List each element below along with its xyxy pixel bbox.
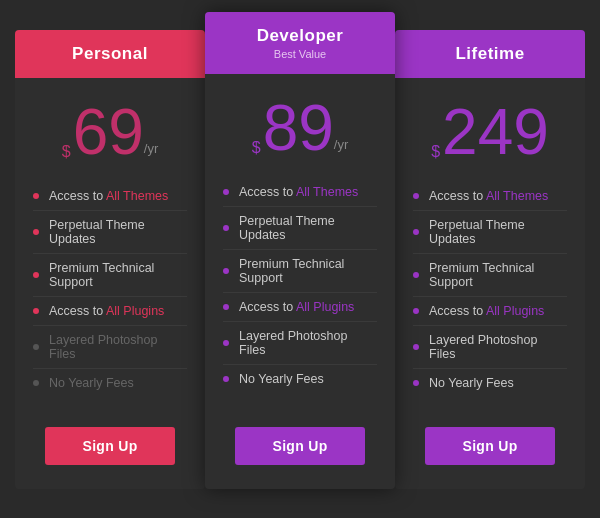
plan-lifetime-btn-area: Sign Up: [395, 417, 585, 489]
feature-text: Perpetual Theme Updates: [239, 214, 377, 242]
feature-text: No Yearly Fees: [429, 376, 514, 390]
feature-link: All Themes: [106, 189, 168, 203]
list-item: No Yearly Fees: [413, 369, 567, 397]
list-item: Premium Technical Support: [223, 250, 377, 293]
plan-personal-price-area: $69/yr: [15, 78, 205, 182]
plan-developer-amount: 89: [263, 92, 334, 164]
feature-dot: [223, 225, 229, 231]
plan-personal-features: Access to All ThemesPerpetual Theme Upda…: [15, 182, 205, 417]
plan-lifetime-name: Lifetime: [405, 44, 575, 64]
plan-personal: Personal$69/yrAccess to All ThemesPerpet…: [15, 30, 205, 489]
list-item: No Yearly Fees: [33, 369, 187, 397]
list-item: Access to All Themes: [223, 178, 377, 207]
plan-developer-btn-area: Sign Up: [205, 417, 395, 489]
feature-text: Premium Technical Support: [429, 261, 567, 289]
feature-link: All Themes: [486, 189, 548, 203]
plan-lifetime-signup-button[interactable]: Sign Up: [425, 427, 556, 465]
plan-lifetime-header: Lifetime: [395, 30, 585, 78]
feature-link: All Plugins: [106, 304, 164, 318]
list-item: Perpetual Theme Updates: [413, 211, 567, 254]
list-item: Perpetual Theme Updates: [33, 211, 187, 254]
feature-dot: [413, 308, 419, 314]
feature-text: Premium Technical Support: [239, 257, 377, 285]
plan-developer-name: Developer: [215, 26, 385, 46]
plan-developer-period: /yr: [334, 137, 348, 152]
feature-dot: [413, 344, 419, 350]
feature-dot: [33, 193, 39, 199]
list-item: Premium Technical Support: [413, 254, 567, 297]
list-item: Layered Photoshop Files: [33, 326, 187, 369]
feature-link: All Plugins: [296, 300, 354, 314]
feature-text: Perpetual Theme Updates: [49, 218, 187, 246]
plan-lifetime-amount: 249: [442, 96, 549, 168]
list-item: Layered Photoshop Files: [223, 322, 377, 365]
plan-developer-features: Access to All ThemesPerpetual Theme Upda…: [205, 178, 395, 417]
feature-text: Premium Technical Support: [49, 261, 187, 289]
list-item: Layered Photoshop Files: [413, 326, 567, 369]
list-item: Access to All Themes: [33, 182, 187, 211]
list-item: Access to All Plugins: [33, 297, 187, 326]
plan-developer-header: DeveloperBest Value: [205, 12, 395, 74]
feature-dot: [223, 376, 229, 382]
list-item: Access to All Plugins: [223, 293, 377, 322]
plan-personal-currency: $: [62, 143, 71, 160]
feature-dot: [33, 380, 39, 386]
feature-dot: [413, 272, 419, 278]
plan-developer: DeveloperBest Value$89/yrAccess to All T…: [205, 12, 395, 489]
feature-dot: [223, 268, 229, 274]
feature-text: Layered Photoshop Files: [239, 329, 377, 357]
feature-dot: [33, 229, 39, 235]
feature-text: Access to All Plugins: [49, 304, 164, 318]
feature-dot: [33, 344, 39, 350]
feature-text: Layered Photoshop Files: [49, 333, 187, 361]
plan-personal-header: Personal: [15, 30, 205, 78]
feature-text: Access to All Themes: [239, 185, 358, 199]
list-item: Access to All Themes: [413, 182, 567, 211]
list-item: Premium Technical Support: [33, 254, 187, 297]
feature-text: No Yearly Fees: [49, 376, 134, 390]
feature-dot: [413, 229, 419, 235]
feature-text: Access to All Plugins: [429, 304, 544, 318]
plan-personal-btn-area: Sign Up: [15, 417, 205, 489]
plan-developer-currency: $: [252, 139, 261, 156]
feature-dot: [33, 308, 39, 314]
plan-developer-price-area: $89/yr: [205, 74, 395, 178]
plan-personal-name: Personal: [25, 44, 195, 64]
feature-text: Access to All Themes: [429, 189, 548, 203]
feature-dot: [223, 189, 229, 195]
feature-text: No Yearly Fees: [239, 372, 324, 386]
feature-text: Layered Photoshop Files: [429, 333, 567, 361]
feature-link: All Themes: [296, 185, 358, 199]
plan-personal-signup-button[interactable]: Sign Up: [45, 427, 176, 465]
plan-lifetime-features: Access to All ThemesPerpetual Theme Upda…: [395, 182, 585, 417]
plan-lifetime-currency: $: [431, 143, 440, 160]
feature-dot: [413, 193, 419, 199]
plan-lifetime-price-area: $249: [395, 78, 585, 182]
plan-lifetime: Lifetime$249Access to All ThemesPerpetua…: [395, 30, 585, 489]
feature-dot: [33, 272, 39, 278]
feature-text: Access to All Plugins: [239, 300, 354, 314]
feature-dot: [223, 340, 229, 346]
list-item: Access to All Plugins: [413, 297, 567, 326]
feature-text: Perpetual Theme Updates: [429, 218, 567, 246]
plan-personal-amount: 69: [73, 96, 144, 168]
feature-link: All Plugins: [486, 304, 544, 318]
feature-text: Access to All Themes: [49, 189, 168, 203]
plan-developer-subtitle: Best Value: [215, 48, 385, 60]
feature-dot: [223, 304, 229, 310]
feature-dot: [413, 380, 419, 386]
list-item: Perpetual Theme Updates: [223, 207, 377, 250]
pricing-table: Personal$69/yrAccess to All ThemesPerpet…: [15, 30, 585, 489]
plan-personal-period: /yr: [144, 141, 158, 156]
list-item: No Yearly Fees: [223, 365, 377, 393]
plan-developer-signup-button[interactable]: Sign Up: [235, 427, 366, 465]
